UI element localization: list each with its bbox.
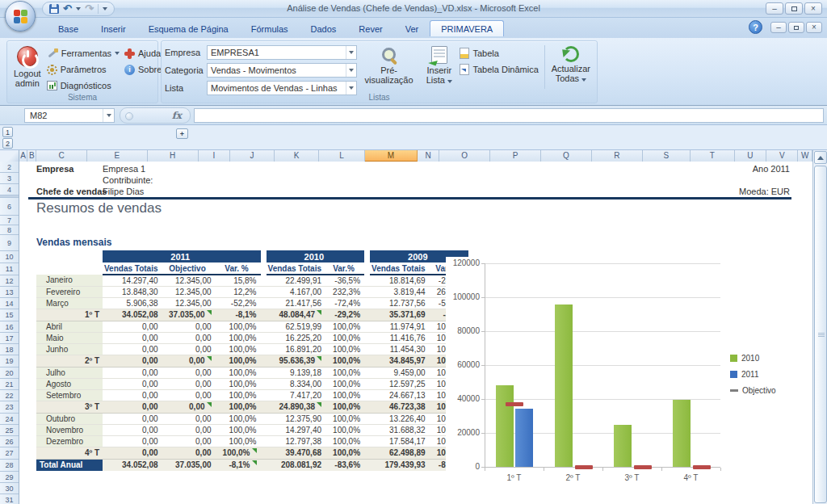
table-cell[interactable]: 0,00: [162, 424, 216, 435]
table-cell[interactable]: 34.845,97: [370, 355, 430, 367]
worksheet[interactable]: Empresa Empresa 1 Ano 2011 Contribuinte:…: [19, 162, 812, 504]
row-header-13[interactable]: 13: [0, 287, 19, 298]
name-box-dropdown-icon[interactable]: [103, 109, 114, 122]
row-header-27[interactable]: 27: [0, 447, 19, 460]
table-cell[interactable]: 12.345,00: [162, 286, 216, 297]
sales-table[interactable]: 201120102009Vendas TotaisObjectivoVar. %…: [36, 250, 468, 471]
row-header-15[interactable]: 15: [0, 309, 19, 321]
table-row-agosto[interactable]: Agosto0,000,00100,0%8.334,00100,0%12.597…: [36, 378, 468, 389]
table-cell[interactable]: 100,0%: [216, 343, 261, 355]
column-header-C[interactable]: C: [36, 150, 87, 162]
table-cell[interactable]: 0,00: [162, 447, 216, 459]
table-row-total-anual[interactable]: Total Anual34.052,0837.035,00-8,1%208.08…: [36, 459, 468, 471]
table-cell[interactable]: 208.081,92: [267, 459, 326, 471]
parametros-button[interactable]: Parâmetros: [44, 61, 122, 78]
table-cell[interactable]: 0,00: [103, 355, 162, 367]
table-cell[interactable]: 0,00: [162, 321, 216, 332]
table-cell[interactable]: 100,0%: [325, 343, 364, 355]
bar-2010-2t[interactable]: [555, 304, 573, 467]
workbook-close-button[interactable]: ×: [806, 22, 822, 33]
row-header-2[interactable]: 2: [0, 162, 19, 173]
tab-base[interactable]: Base: [47, 20, 90, 36]
row-header-21[interactable]: 21: [0, 379, 19, 390]
table-cell[interactable]: 0,00: [162, 343, 216, 355]
table-cell[interactable]: -29,2%: [325, 309, 364, 321]
column-header-U[interactable]: U: [735, 150, 766, 162]
table-cell[interactable]: 18.814,69: [370, 275, 430, 286]
row-header-28[interactable]: 28: [0, 460, 19, 472]
table-cell[interactable]: -52,2%: [216, 297, 261, 309]
row-header-25[interactable]: 25: [0, 425, 19, 436]
tab-inserir[interactable]: Inserir: [90, 20, 137, 36]
vertical-scrollbar[interactable]: [812, 150, 827, 504]
table-cell[interactable]: 100,0%: [325, 401, 364, 413]
row-header-7[interactable]: 7: [0, 216, 19, 225]
table-row-junho[interactable]: Junho0,000,00100,0%16.891,20100,0%11.454…: [36, 343, 468, 355]
table-cell[interactable]: 100,0%: [216, 355, 261, 367]
table-cell[interactable]: 0,00: [103, 378, 162, 389]
table-cell[interactable]: 9.459,00: [370, 367, 430, 378]
table-cell[interactable]: 0,00: [103, 321, 162, 332]
table-row-maio[interactable]: Maio0,000,00100,0%16.225,20100,0%11.416,…: [36, 332, 468, 343]
table-cell[interactable]: 15,8%: [216, 275, 261, 286]
table-cell[interactable]: 0,00: [103, 447, 162, 459]
tab-dados[interactable]: Dados: [300, 20, 348, 36]
table-cell[interactable]: 100,0%: [216, 401, 261, 413]
table-cell[interactable]: 46.723,38: [370, 401, 430, 413]
bar-2010-3t[interactable]: [614, 425, 632, 467]
table-cell[interactable]: 13.848,30: [103, 286, 162, 297]
table-cell[interactable]: 0,00: [162, 413, 216, 424]
table-row-2º-t[interactable]: 2º T0,000,00100,0%95.636,39100,0%34.845,…: [36, 355, 468, 367]
chevron-down-icon[interactable]: [346, 64, 356, 77]
table-row-março[interactable]: Março5.906,3812.345,00-52,2%21.417,56-72…: [36, 297, 468, 309]
row-header-9[interactable]: 9: [0, 235, 19, 251]
combo-empresa[interactable]: EMPRESA1: [207, 45, 357, 60]
table-cell[interactable]: -83,6%: [325, 459, 364, 471]
row-header-20[interactable]: 20: [0, 368, 19, 379]
table-cell[interactable]: 16.225,20: [267, 332, 326, 343]
logout-button[interactable]: Logoutadmin: [10, 44, 44, 92]
table-cell[interactable]: 0,00: [162, 401, 216, 413]
table-row-outubro[interactable]: Outubro0,000,00100,0%12.375,90100,0%13.2…: [36, 413, 468, 424]
table-cell[interactable]: 0,00: [162, 367, 216, 378]
table-cell[interactable]: -36,5%: [325, 275, 364, 286]
row-header-22[interactable]: 22: [0, 390, 19, 401]
row-header-12[interactable]: 12: [0, 275, 19, 287]
column-header-P[interactable]: P: [490, 150, 541, 162]
table-cell[interactable]: 0,00: [162, 378, 216, 389]
table-row-novembro[interactable]: Novembro0,000,00100,0%14.297,40100,0%31.…: [36, 424, 468, 435]
workbook-minimize-button[interactable]: –: [770, 22, 787, 33]
table-cell[interactable]: 100,0%: [325, 367, 364, 378]
table-cell[interactable]: 24.890,38: [267, 401, 326, 413]
column-header-W[interactable]: W: [798, 150, 812, 162]
outline-level-2-button[interactable]: 2: [2, 138, 13, 149]
column-header-N[interactable]: N: [418, 150, 440, 162]
ferramentas-button[interactable]: Ferramentas: [44, 45, 122, 61]
table-cell[interactable]: 34.052,08: [103, 309, 162, 321]
table-cell[interactable]: 5.906,38: [103, 297, 162, 309]
table-cell[interactable]: 0,00: [103, 389, 162, 401]
table-cell[interactable]: 179.439,93: [370, 459, 430, 471]
table-cell[interactable]: 62.519,99: [267, 321, 326, 332]
table-cell[interactable]: 0,00: [162, 355, 216, 367]
office-button[interactable]: [5, 1, 36, 32]
table-cell[interactable]: 100,0%: [216, 378, 261, 389]
help-icon[interactable]: ?: [749, 20, 762, 34]
table-cell[interactable]: 3.819,44: [370, 286, 430, 297]
table-cell[interactable]: 24.667,13: [370, 389, 430, 401]
table-cell[interactable]: 12.375,90: [267, 413, 326, 424]
tab-ver[interactable]: Ver: [394, 20, 430, 36]
table-cell[interactable]: 35.371,69: [370, 309, 430, 321]
row-header-23[interactable]: 23: [0, 401, 19, 414]
table-cell[interactable]: 0,00: [103, 424, 162, 435]
table-cell[interactable]: 100,0%: [325, 424, 364, 435]
table-cell[interactable]: 48.084,47: [267, 309, 326, 321]
column-header-S[interactable]: S: [643, 150, 691, 162]
tab-rever[interactable]: Rever: [347, 20, 393, 36]
table-cell[interactable]: 100,0%: [325, 321, 364, 332]
minimize-button[interactable]: –: [766, 2, 783, 15]
tab-fórmulas[interactable]: Fórmulas: [240, 20, 300, 36]
bar-2010-4t[interactable]: [673, 400, 691, 467]
column-header-B[interactable]: B: [27, 150, 36, 162]
table-cell[interactable]: 100,0%: [216, 367, 261, 378]
